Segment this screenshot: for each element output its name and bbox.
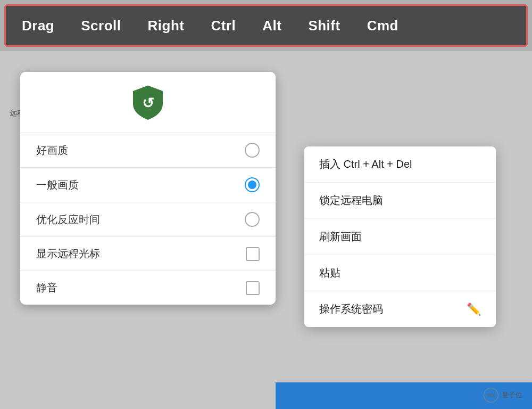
edit-icon: ✏️: [467, 302, 481, 316]
optimize-response-radio[interactable]: [245, 212, 260, 227]
menu-item-hd-quality[interactable]: 好画质: [20, 133, 276, 168]
normal-quality-radio[interactable]: [245, 177, 260, 192]
menu-item-show-cursor[interactable]: 显示远程光标: [20, 237, 276, 271]
hd-quality-radio[interactable]: [245, 143, 260, 158]
watermark: WX 量子位: [484, 388, 522, 403]
context-item-os-password[interactable]: 操作系统密码 ✏️: [304, 291, 496, 327]
show-cursor-label: 显示远程光标: [36, 247, 100, 261]
hd-quality-label: 好画质: [36, 143, 68, 158]
radio-inner-dot: [248, 181, 256, 189]
scroll-button[interactable]: Scroll: [76, 13, 126, 38]
os-password-label: 操作系统密码: [319, 302, 383, 316]
refresh-label: 刷新画面: [319, 230, 362, 244]
shield-icon: ↺: [129, 84, 167, 121]
watermark-text: 量子位: [502, 390, 522, 400]
context-item-lock-pc[interactable]: 锁定远程电脑: [304, 183, 496, 219]
right-button[interactable]: Right: [143, 13, 190, 38]
panel-header: ↺: [20, 72, 276, 133]
watermark-circle: WX: [484, 388, 498, 403]
menu-item-mute[interactable]: 静音: [20, 271, 276, 305]
normal-quality-label: 一般画质: [36, 178, 79, 192]
lock-pc-label: 锁定远程电脑: [319, 193, 383, 208]
ctrl-button[interactable]: Ctrl: [205, 13, 241, 38]
mute-checkbox[interactable]: [246, 281, 260, 295]
menu-item-normal-quality[interactable]: 一般画质: [20, 168, 276, 202]
right-context-menu: 插入 Ctrl + Alt + Del 锁定远程电脑 刷新画面 粘贴 操作系统密…: [304, 146, 496, 327]
mute-label: 静音: [36, 281, 57, 295]
context-item-paste[interactable]: 粘贴: [304, 255, 496, 291]
optimize-response-label: 优化反应时间: [36, 212, 100, 227]
show-cursor-checkbox[interactable]: [246, 247, 260, 261]
alt-button[interactable]: Alt: [257, 13, 287, 38]
left-settings-panel: ↺ 好画质 一般画质 优化反应时间 显示远程光标 静音: [20, 72, 276, 305]
menu-item-optimize-response[interactable]: 优化反应时间: [20, 202, 276, 237]
ctrl-alt-del-label: 插入 Ctrl + Alt + Del: [319, 157, 412, 171]
cmd-button[interactable]: Cmd: [362, 13, 404, 38]
paste-label: 粘贴: [319, 266, 340, 280]
shift-button[interactable]: Shift: [303, 13, 345, 38]
svg-text:↺: ↺: [142, 95, 154, 111]
drag-button[interactable]: Drag: [16, 13, 60, 38]
toolbar: Drag Scroll Right Ctrl Alt Shift Cmd: [4, 4, 528, 47]
context-item-refresh[interactable]: 刷新画面: [304, 219, 496, 255]
context-item-ctrl-alt-del[interactable]: 插入 Ctrl + Alt + Del: [304, 146, 496, 183]
